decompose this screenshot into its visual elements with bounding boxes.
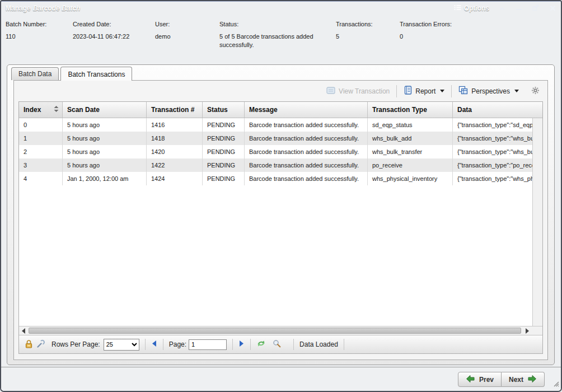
green-right-arrow-icon xyxy=(527,375,537,385)
scroll-right-arrow-icon[interactable] xyxy=(526,328,529,334)
cell-status: PENDING xyxy=(203,132,245,145)
perspectives-icon xyxy=(458,86,468,96)
created-date-label: Created Date: xyxy=(73,21,155,27)
pager-separator xyxy=(232,339,233,350)
close-button[interactable] xyxy=(549,4,556,12)
cell-status: PENDING xyxy=(203,172,245,185)
next-page-icon xyxy=(238,340,245,349)
page-label: Page: xyxy=(169,340,186,348)
close-icon xyxy=(550,3,556,13)
grid-toolbar: View Transaction Report Perspectives xyxy=(14,81,547,101)
tools-button[interactable] xyxy=(36,339,45,349)
column-header-data[interactable]: Data xyxy=(453,102,542,118)
batch-number-label: Batch Number: xyxy=(6,21,73,27)
grid-settings-button[interactable] xyxy=(529,85,542,98)
column-header-status[interactable]: Status xyxy=(203,102,245,118)
prev-page-icon xyxy=(151,340,157,349)
horizontal-scrollbar[interactable] xyxy=(19,326,542,335)
tab-strip: Batch Data Batch Transactions xyxy=(7,65,554,80)
cell-index: 4 xyxy=(19,172,63,185)
search-button[interactable] xyxy=(273,339,281,349)
table-row[interactable]: 1 5 hours ago 1418 PENDING Barcode trans… xyxy=(19,132,532,145)
table-row[interactable]: 2 5 hours ago 1420 PENDING Barcode trans… xyxy=(19,145,532,158)
refresh-icon xyxy=(256,339,266,349)
chevron-up-icon xyxy=(499,3,505,13)
cell-scan-date: Jan 1, 2000, 12:00 am xyxy=(63,172,147,185)
cell-scan-date: 5 hours ago xyxy=(63,145,147,158)
transaction-errors-label: Transaction Errors: xyxy=(400,21,556,27)
cell-data: {"transaction_type":"po_receive"," xyxy=(453,158,532,172)
rows-per-page-select[interactable]: 25 xyxy=(104,339,139,351)
status-field: Status: 5 of 5 Barcode transactions adde… xyxy=(219,21,336,64)
prev-page-button[interactable] xyxy=(151,340,157,349)
cell-message: Barcode transaction added successfully. xyxy=(245,145,368,158)
pager-separator xyxy=(250,339,251,350)
search-icon xyxy=(273,339,281,349)
options-button[interactable]: Options xyxy=(454,4,489,12)
refresh-button[interactable] xyxy=(256,339,266,349)
batch-tab-panel: Batch Data Batch Transactions View Trans… xyxy=(7,64,555,365)
tab-batch-data[interactable]: Batch Data xyxy=(11,67,59,80)
grid-header-row: Index Scan Date Transaction # Status Mes… xyxy=(19,102,542,118)
tab-batch-transactions[interactable]: Batch Transactions xyxy=(60,67,132,81)
cell-data: {"transaction_type":"whs_physical_ xyxy=(453,172,532,185)
prev-button[interactable]: Prev xyxy=(458,372,502,387)
pager-separator xyxy=(344,339,344,350)
lock-button[interactable] xyxy=(25,339,33,350)
cell-index: 1 xyxy=(19,132,63,145)
status-value: 5 of 5 Barcode transactions added succes… xyxy=(219,32,329,49)
sort-icon xyxy=(54,106,59,114)
table-row[interactable]: 4 Jan 1, 2000, 12:00 am 1424 PENDING Bar… xyxy=(19,172,532,185)
page-number-input[interactable] xyxy=(189,339,227,350)
minimize-button[interactable] xyxy=(515,4,523,12)
transaction-errors-value: 0 xyxy=(400,32,556,41)
transaction-errors-field: Transaction Errors: 0 xyxy=(400,21,556,64)
transactions-grid: Index Scan Date Transaction # Status Mes… xyxy=(18,101,543,354)
status-label: Status: xyxy=(219,21,336,27)
options-icon xyxy=(454,4,461,12)
table-row[interactable]: 3 5 hours ago 1422 PENDING Barcode trans… xyxy=(19,158,532,172)
cell-transaction-number: 1418 xyxy=(147,132,203,145)
rows-per-page-label: Rows Per Page: xyxy=(51,340,100,348)
table-row[interactable]: 0 5 hours ago 1416 PENDING Barcode trans… xyxy=(19,118,532,132)
grid-pager-bar: Rows Per Page: 25 Page: xyxy=(19,335,542,353)
popout-button[interactable] xyxy=(532,4,540,12)
toolbar-separator xyxy=(451,85,452,97)
vertical-scrollbar[interactable] xyxy=(532,118,542,326)
resize-grip[interactable] xyxy=(552,379,559,389)
grid-body: 0 5 hours ago 1416 PENDING Barcode trans… xyxy=(19,118,542,326)
cell-data: {"transaction_type":"sd_eqp_status" xyxy=(453,118,532,132)
perspectives-button[interactable]: Perspectives xyxy=(456,84,521,98)
column-header-transaction-number[interactable]: Transaction # xyxy=(147,102,203,118)
chevron-down-icon xyxy=(440,90,444,92)
column-header-scan-date[interactable]: Scan Date xyxy=(63,102,147,118)
next-page-button[interactable] xyxy=(238,340,245,349)
collapse-button[interactable] xyxy=(498,4,506,12)
column-header-transaction-type[interactable]: Transaction Type xyxy=(368,102,453,118)
transactions-value: 5 xyxy=(336,32,400,41)
cell-data: {"transaction_type":"whs_bulk_tran xyxy=(453,145,532,158)
title-bar: ManageBarcode Batch Options xyxy=(1,1,561,15)
wrench-icon xyxy=(36,339,45,349)
column-header-index[interactable]: Index xyxy=(19,102,63,118)
horizontal-scrollbar-thumb[interactable] xyxy=(29,328,521,334)
scroll-left-arrow-icon[interactable] xyxy=(22,328,25,334)
user-label: User: xyxy=(155,21,219,27)
cell-data: {"transaction_type":"whs_bulk_add" xyxy=(453,132,532,145)
view-transaction-button[interactable]: View Transaction xyxy=(324,85,392,97)
cell-message: Barcode transaction added successfully. xyxy=(245,118,368,132)
cell-status: PENDING xyxy=(203,158,245,172)
column-header-message-label: Message xyxy=(249,106,278,114)
batch-number-field: Batch Number: 110 xyxy=(6,21,73,64)
cell-transaction-number: 1416 xyxy=(147,118,203,132)
next-button-label: Next xyxy=(509,376,523,384)
pager-separator xyxy=(145,339,146,350)
next-button[interactable]: Next xyxy=(502,372,545,387)
cell-status: PENDING xyxy=(203,118,245,132)
view-transaction-label: View Transaction xyxy=(339,87,390,95)
report-button[interactable]: Report xyxy=(401,84,447,98)
view-transaction-icon xyxy=(326,87,335,96)
tab-batch-transactions-label: Batch Transactions xyxy=(68,71,125,78)
popout-icon xyxy=(532,3,539,13)
column-header-message[interactable]: Message xyxy=(245,102,368,118)
